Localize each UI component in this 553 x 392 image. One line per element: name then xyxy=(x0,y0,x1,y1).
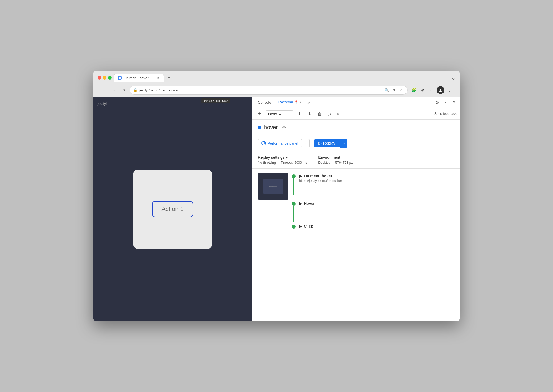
devtools-panel: Console Recorder 📍 × » ⚙ ⋮ ✕ + hover ⌄ xyxy=(252,97,460,321)
demo-card: Action 1 xyxy=(133,170,212,249)
address-bar-icons: 🔍 ⬆ ☆ xyxy=(384,87,404,93)
address-bar-row: ← → ↻ 🔒 jec.fyi/demo/menu-hover 🔍 ⬆ ☆ 🧩 … xyxy=(98,84,455,97)
performance-panel-button[interactable]: ↺ Performance panel xyxy=(258,139,302,147)
settings-divider-2 xyxy=(333,161,333,165)
svg-point-2 xyxy=(439,90,442,92)
browser-window: On menu hover × + ⌄ ← → ↻ 🔒 jec.fyi/demo… xyxy=(93,71,460,321)
search-icon[interactable]: 🔍 xyxy=(384,87,390,93)
recorder-pin-icon: 📍 xyxy=(294,100,298,104)
maximize-traffic-light[interactable] xyxy=(108,76,112,80)
step-item: hover demo info ▶ On menu hover xyxy=(258,173,454,200)
edit-title-button[interactable]: ✏ xyxy=(281,124,287,131)
recorder-tab-close[interactable]: × xyxy=(299,100,301,104)
screenshot-icon[interactable]: ⊕ xyxy=(419,86,427,94)
more-tabs-button[interactable]: » xyxy=(305,100,312,105)
environment-title: Environment xyxy=(318,155,353,160)
environment-value: Desktop xyxy=(318,161,330,165)
replay-button[interactable]: ▷ Replay xyxy=(314,139,340,147)
devtools-close-button[interactable]: ✕ xyxy=(450,99,458,106)
active-tab[interactable]: On menu hover × xyxy=(114,74,164,82)
recording-status-dot xyxy=(258,126,261,129)
step-expand-icon-2: ▶ xyxy=(299,201,302,206)
performance-panel-dropdown[interactable]: ⌄ xyxy=(302,139,310,147)
add-recording-button[interactable]: + xyxy=(256,110,263,118)
devtools-settings-button[interactable]: ⚙ xyxy=(433,99,441,106)
step-title-label-1: On menu hover xyxy=(304,174,332,178)
step-title-label-2: Hover xyxy=(304,201,315,206)
profile-button[interactable] xyxy=(437,86,444,94)
replay-settings-details: No throttling Timeout: 5000 ms xyxy=(258,161,307,165)
export-button[interactable]: ⬆ xyxy=(296,110,303,118)
svg-text:▷: ▷ xyxy=(337,112,340,115)
browser-content: 504px × 685.33px jec.fyi Action 1 Consol… xyxy=(93,97,460,321)
replay-settings-section: Replay settings ▶ No throttling Timeout:… xyxy=(252,151,460,169)
step-item-2: ▶ Hover ⋮ xyxy=(292,201,454,222)
minimize-traffic-light[interactable] xyxy=(103,76,106,80)
size-tooltip: 504px × 685.33px xyxy=(201,98,230,103)
tab-overflow-btn[interactable]: ⌄ xyxy=(451,75,455,81)
new-tab-button[interactable]: + xyxy=(165,74,173,82)
recording-title-area: hover ✏ xyxy=(252,120,460,135)
action-button[interactable]: Action 1 xyxy=(152,201,193,217)
step-title-1[interactable]: ▶ On menu hover xyxy=(299,174,345,178)
traffic-lights xyxy=(98,76,112,80)
devtools-kebab-button[interactable]: ⋮ xyxy=(442,99,449,106)
play-button[interactable]: ▷ xyxy=(326,110,333,118)
bookmark-icon[interactable]: ☆ xyxy=(398,87,404,93)
timeout-label: Timeout: 5000 ms xyxy=(281,161,307,165)
lock-icon: 🔒 xyxy=(133,88,138,92)
step-info-1: ▶ On menu hover https://jec.fyi/demo/men… xyxy=(299,173,454,183)
step-line-2 xyxy=(293,206,294,222)
share-icon[interactable]: ⬆ xyxy=(391,87,397,93)
replay-settings-group: Replay settings ▶ No throttling Timeout:… xyxy=(258,155,307,165)
page-label: jec.fyi xyxy=(98,101,107,106)
recording-title: hover xyxy=(264,124,278,131)
tab-recorder[interactable]: Recorder 📍 × xyxy=(275,97,305,108)
step-info-2: ▶ Hover ⋮ xyxy=(299,201,454,208)
step-info-3: ▶ Click ⋮ xyxy=(299,224,454,231)
steps-section: hover demo info ▶ On menu hover xyxy=(252,169,460,321)
step-thumbnail: hover demo info xyxy=(258,173,288,200)
svg-point-1 xyxy=(440,89,441,90)
step-kebab-1[interactable]: ⋮ xyxy=(448,174,454,180)
sidebar-icon[interactable]: ▭ xyxy=(428,86,435,94)
extensions-icon[interactable]: 🧩 xyxy=(410,86,418,94)
address-bar[interactable]: 🔒 jec.fyi/demo/menu-hover 🔍 ⬆ ☆ xyxy=(130,86,408,95)
more-options-icon[interactable]: ⋮ xyxy=(445,86,453,94)
step-title-2[interactable]: ▶ Hover xyxy=(299,201,315,206)
step-title-3[interactable]: ▶ Click xyxy=(299,224,313,229)
back-button[interactable]: ← xyxy=(100,86,108,94)
replay-icon: ▷ xyxy=(318,141,322,145)
step-dot-3 xyxy=(292,225,296,229)
replay-dropdown-button[interactable]: ⌄ xyxy=(340,139,347,148)
import-button[interactable]: ⬇ xyxy=(306,110,313,118)
step-kebab-3[interactable]: ⋮ xyxy=(448,224,454,231)
close-traffic-light[interactable] xyxy=(98,76,101,80)
step-dot-2 xyxy=(292,202,296,206)
browser-actions: 🧩 ⊕ ▭ ⋮ xyxy=(410,86,453,94)
slow-replay-button[interactable]: ▷ ~ xyxy=(336,110,343,118)
replay-settings-arrow: ▶ xyxy=(286,156,288,159)
forward-button[interactable]: → xyxy=(110,86,118,94)
replay-settings-title[interactable]: Replay settings ▶ xyxy=(258,155,307,160)
tab-close-btn[interactable]: × xyxy=(156,76,160,80)
tab-title: On menu hover xyxy=(124,76,149,80)
tab-bar: On menu hover × + ⌄ xyxy=(114,74,455,82)
recording-select[interactable]: hover ⌄ xyxy=(266,110,293,117)
url-text: jec.fyi/demo/menu-hover xyxy=(139,88,382,92)
devtools-topbar: Console Recorder 📍 × » ⚙ ⋮ ✕ xyxy=(252,97,460,108)
delete-button[interactable]: 🗑 xyxy=(316,110,323,118)
replay-label: Replay xyxy=(323,141,335,145)
recorder-toolbar: + hover ⌄ ⬆ ⬇ 🗑 ▷ ▷ ~ Send feedback xyxy=(252,108,460,120)
replay-settings-label: Replay settings xyxy=(258,155,285,160)
svg-text:~: ~ xyxy=(340,113,341,115)
throttling-label: No throttling xyxy=(258,161,276,165)
step-title-label-3: Click xyxy=(304,224,313,229)
recorder-tab-label: Recorder xyxy=(278,100,293,104)
reload-button[interactable]: ↻ xyxy=(120,86,128,94)
environment-label: Environment xyxy=(318,155,340,160)
tab-console[interactable]: Console xyxy=(255,97,275,108)
step-kebab-2[interactable]: ⋮ xyxy=(448,201,454,208)
send-feedback-link[interactable]: Send feedback xyxy=(434,112,457,116)
title-bar-top: On menu hover × + ⌄ xyxy=(98,74,455,82)
